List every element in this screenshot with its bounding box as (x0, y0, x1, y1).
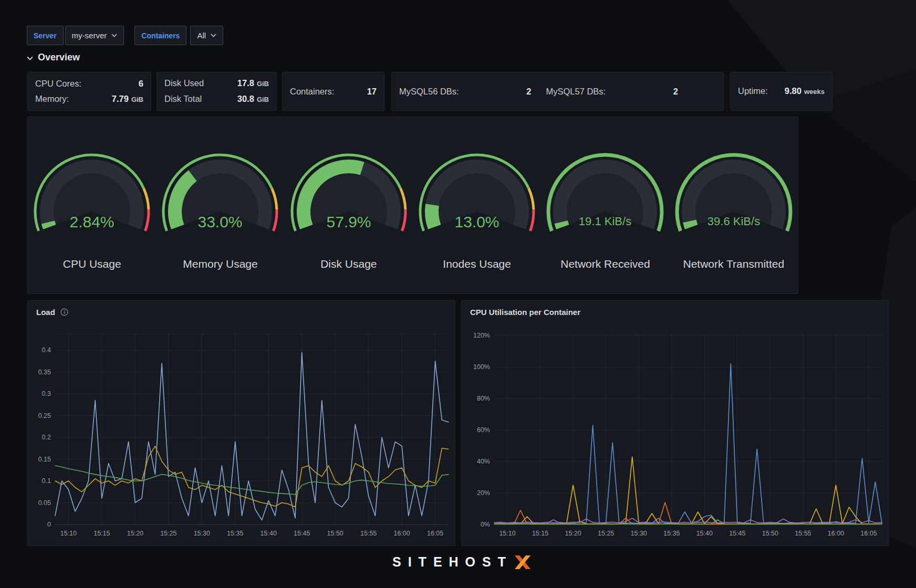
gauge-arc-disk-usage: 57.9% (288, 146, 410, 233)
server-variable-label-text: Server (34, 32, 57, 40)
gauge-cpu-usage: 2.84%CPU Usage (28, 146, 156, 293)
y-tick-label: 0.15 (38, 456, 51, 463)
gauge-label: Disk Usage (320, 258, 377, 270)
disk-total-value: 30.8 (237, 94, 254, 103)
x-tick-label: 16:05 (860, 530, 877, 537)
x-tick-label: 15:45 (729, 530, 745, 537)
x-tick-label: 15:50 (762, 530, 778, 537)
gauge-fill (48, 222, 50, 227)
x-tick-label: 15:40 (261, 530, 277, 537)
y-tick-label: 0.35 (38, 369, 51, 376)
y-tick-label: 20% (477, 489, 490, 497)
x-tick-label: 15:55 (795, 530, 811, 537)
gauge-label: Inodes Usage (443, 258, 511, 270)
x-tick-label: 15:35 (227, 530, 243, 537)
cpu-cores-label: CPU Cores: (35, 76, 81, 91)
info-icon[interactable] (60, 308, 68, 316)
chevron-down-icon (211, 34, 216, 37)
gauge-disk-usage: 57.9%Disk Usage (285, 146, 413, 293)
memory-label: Memory: (35, 91, 69, 107)
series-gold (494, 457, 882, 524)
gauge-threshold-ring (144, 188, 149, 209)
gauge-threshold-ring (529, 188, 534, 209)
memory-unit: GiB (131, 96, 143, 103)
x-tick-label: 15:45 (294, 530, 310, 537)
y-tick-label: 100% (473, 363, 490, 371)
sitehost-x-logo-icon (515, 555, 530, 569)
x-tick-label: 15:40 (696, 530, 713, 537)
gauge-label: Memory Usage (183, 258, 257, 270)
containers-select[interactable]: All (190, 26, 223, 45)
gauge-threshold-ring (530, 209, 534, 231)
x-tick-label: 16:00 (828, 530, 844, 537)
x-tick-label: 15:15 (93, 530, 110, 537)
disk-total-unit: GiB (257, 96, 269, 103)
mysql-stat-panel: MySQL56 DBs: 2 MySQL57 DBs: 2 (391, 72, 724, 111)
y-tick-label: 0.3 (42, 390, 51, 397)
y-tick-label: 120% (473, 332, 490, 339)
disk-used-value: 17.8 (237, 78, 254, 88)
mysql56-value: 2 (526, 84, 531, 99)
mysql57-label: MySQL57 DBs: (546, 84, 606, 99)
gauge-threshold-ring (274, 209, 277, 231)
y-tick-label: 40% (477, 458, 490, 465)
x-tick-label: 15:25 (160, 530, 176, 537)
gauge-fill (561, 222, 563, 227)
disk-used-label: Disk Used (164, 76, 204, 91)
gauge-threshold-ring (272, 188, 277, 209)
chevron-down-icon (27, 52, 33, 63)
row-title: Overview (38, 52, 80, 63)
server-variable-label: Server (27, 26, 64, 45)
x-tick-label: 16:05 (427, 530, 443, 537)
x-tick-label: 15:25 (598, 530, 614, 537)
gauge-label: CPU Usage (63, 258, 121, 270)
x-tick-label: 15:50 (327, 530, 344, 537)
cpu-utilisation-panel: CPU Utilisation per Container 0%20%40%60… (461, 300, 889, 546)
load-chart[interactable]: 00.050.10.150.20.250.30.350.415:1015:151… (31, 325, 453, 542)
x-tick-label: 15:10 (499, 530, 515, 537)
memory-value: 7.79 (112, 94, 129, 103)
gauge-value: 33.0% (198, 213, 243, 230)
containers-value: 17 (367, 84, 377, 99)
y-tick-label: 0.05 (38, 499, 51, 507)
series-blue (494, 364, 882, 524)
cpu-utilisation-chart[interactable]: 0%20%40%60%80%100%120%15:1015:1515:2015:… (465, 325, 886, 542)
load-panel-title[interactable]: Load (36, 308, 55, 317)
row-toggle-overview[interactable]: Overview (27, 52, 80, 63)
cpu-memory-stat-panel: CPU Cores: 6 Memory: 7.79GiB (27, 72, 151, 111)
load-panel: Load 00.050.10.150.20.250.30.350.415:101… (27, 300, 455, 546)
disk-total-label: Disk Total (164, 91, 202, 107)
mysql57-value: 2 (673, 84, 678, 99)
x-tick-label: 16:00 (393, 530, 410, 537)
series-orange (494, 502, 882, 524)
series-green (55, 466, 449, 495)
cpu-utilisation-panel-header: CPU Utilisation per Container (462, 301, 888, 317)
series-gold (55, 446, 449, 507)
cpu-utilisation-panel-title[interactable]: CPU Utilisation per Container (470, 308, 580, 317)
containers-variable-label: Containers (134, 26, 186, 45)
footer: SITEHOST (0, 554, 916, 570)
gauge-arc-memory-usage: 33.0% (159, 146, 281, 233)
gauge-inodes-usage: 13.0%Inodes Usage (413, 146, 541, 293)
gauge-value: 13.0% (455, 213, 499, 230)
chevron-down-icon (111, 34, 117, 37)
gauge-arc-cpu-usage: 2.84% (31, 146, 153, 233)
gauge-arc-network-received: 19.1 KiB/s (544, 146, 666, 233)
gauge-value: 39.6 KiB/s (707, 215, 760, 228)
y-tick-label: 0.2 (42, 434, 51, 441)
server-select[interactable]: my-server (65, 26, 124, 45)
load-panel-header: Load (28, 301, 455, 317)
y-tick-label: 0.4 (42, 346, 51, 354)
gauge-network-transmitted: 39.6 KiB/sNetwork Transmitted (670, 146, 798, 293)
gauge-threshold-ring (400, 188, 405, 209)
gauges-panel: 2.84%CPU Usage33.0%Memory Usage57.9%Disk… (27, 117, 798, 294)
gauge-label: Network Received (560, 258, 650, 270)
uptime-value: 9.80 (785, 86, 802, 96)
cpu-cores-value: 6 (139, 76, 143, 91)
containers-variable-label-text: Containers (141, 32, 180, 40)
gauge-value: 2.84% (70, 213, 114, 230)
x-tick-label: 15:55 (360, 530, 377, 537)
containers-select-value: All (197, 31, 206, 40)
gauge-network-received: 19.1 KiB/sNetwork Received (541, 146, 669, 293)
server-select-value: my-server (72, 31, 107, 40)
